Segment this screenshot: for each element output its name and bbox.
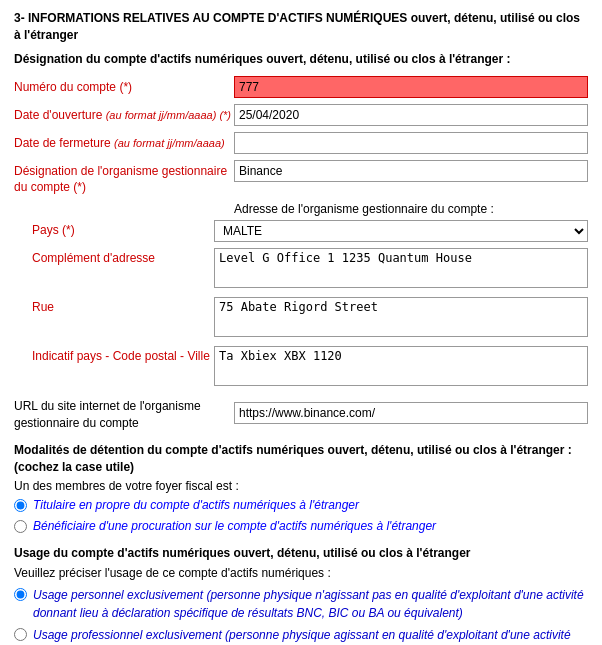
url-label: URL du site internet de l'organisme gest… <box>14 395 234 432</box>
modality-title: Modalités de détention du compte d'actif… <box>14 442 588 476</box>
pays-label: Pays (*) <box>14 220 214 237</box>
usage-personnel-label: Usage personnel exclusivement (personne … <box>33 586 588 622</box>
usage-subtitle: Veuillez préciser l'usage de ce compte d… <box>14 566 588 580</box>
rue-textarea-wrapper: 75 Abate Rigord Street <box>214 297 588 340</box>
usage-personnel-row: Usage personnel exclusivement (personne … <box>14 586 588 622</box>
complement-textarea-wrapper: Level G Office 1 1235 Quantum House <box>214 248 588 291</box>
pays-select-wrapper: MALTE FRANCE ALLEMAGNE ESPAGNE ITALIE <box>214 220 588 242</box>
usage-professionnel-label: Usage professionnel exclusivement (perso… <box>33 626 588 645</box>
modality-radio-group: Titulaire en propre du compte d'actifs n… <box>14 497 588 535</box>
designation-org-label: Désignation de l'organisme gestionnaire … <box>14 160 234 197</box>
date-ouverture-input-wrapper <box>234 104 588 126</box>
radio-beneficiaire[interactable] <box>14 520 27 533</box>
indicatif-label: Indicatif pays - Code postal - Ville <box>14 346 214 363</box>
modality-subtitle: Un des membres de votre foyer fiscal est… <box>14 479 588 493</box>
designation-org-input[interactable] <box>234 160 588 182</box>
date-fermeture-input-wrapper <box>234 132 588 154</box>
usage-professionnel-radio[interactable] <box>14 628 27 641</box>
usage-personnel-radio[interactable] <box>14 588 27 601</box>
pays-select[interactable]: MALTE FRANCE ALLEMAGNE ESPAGNE ITALIE <box>214 220 588 242</box>
indicatif-textarea-wrapper: Ta Xbiex XBX 1120 <box>214 346 588 389</box>
date-ouverture-input[interactable] <box>234 104 588 126</box>
numero-label: Numéro du compte (*) <box>14 76 234 96</box>
complement-label: Complément d'adresse <box>14 248 214 265</box>
usage-professionnel-row: Usage professionnel exclusivement (perso… <box>14 626 588 645</box>
radio-titulaire-label: Titulaire en propre du compte d'actifs n… <box>33 497 359 514</box>
rue-textarea[interactable]: 75 Abate Rigord Street <box>214 297 588 337</box>
url-input-wrapper <box>234 402 588 424</box>
numero-input-wrapper <box>234 76 588 98</box>
radio-titulaire-row: Titulaire en propre du compte d'actifs n… <box>14 497 588 514</box>
url-input[interactable] <box>234 402 588 424</box>
numero-input[interactable] <box>234 76 588 98</box>
designation-org-input-wrapper <box>234 160 588 182</box>
date-fermeture-input[interactable] <box>234 132 588 154</box>
usage-radio-group: Usage personnel exclusivement (personne … <box>14 586 588 645</box>
indicatif-textarea[interactable]: Ta Xbiex XBX 1120 <box>214 346 588 386</box>
radio-beneficiaire-row: Bénéficiaire d'une procuration sur le co… <box>14 518 588 535</box>
date-fermeture-label: Date de fermeture (au format jj/mm/aaaa) <box>14 132 234 152</box>
usage-title: Usage du compte d'actifs numériques ouve… <box>14 545 588 562</box>
adresse-label: Adresse de l'organisme gestionnaire du c… <box>234 202 494 216</box>
radio-titulaire[interactable] <box>14 499 27 512</box>
section-title: 3- INFORMATIONS RELATIVES AU COMPTE D'AC… <box>14 10 588 44</box>
complement-textarea[interactable]: Level G Office 1 1235 Quantum House <box>214 248 588 288</box>
radio-beneficiaire-label: Bénéficiaire d'une procuration sur le co… <box>33 518 436 535</box>
designation-subtitle: Désignation du compte d'actifs numérique… <box>14 52 588 66</box>
date-ouverture-label: Date d'ouverture (au format jj/mm/aaaa) … <box>14 104 234 124</box>
rue-label: Rue <box>14 297 214 314</box>
